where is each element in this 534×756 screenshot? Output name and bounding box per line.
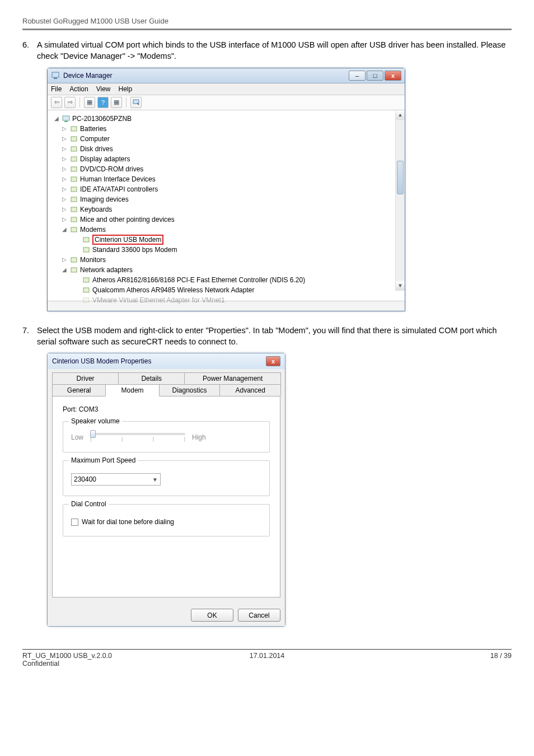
ok-button[interactable]: OK: [191, 609, 233, 622]
tab-power-management[interactable]: Power Management: [184, 372, 281, 384]
doc-header: Robustel GoRugged M1000 USB User Guide: [22, 17, 512, 25]
tree-category[interactable]: ▷Mice and other pointing devices: [50, 214, 402, 225]
device-icon: [69, 175, 78, 184]
tree-category[interactable]: ▷Display adapters: [50, 154, 402, 164]
close-button[interactable]: x: [385, 71, 401, 81]
menu-action[interactable]: Action: [69, 85, 88, 93]
tree-root[interactable]: ◢ PC-20130605PZNB: [50, 114, 402, 124]
expand-icon[interactable]: ▷: [61, 206, 68, 212]
tree-item-label: Display adapters: [80, 155, 130, 163]
device-icon: [82, 276, 91, 284]
expand-icon[interactable]: ◢: [61, 226, 68, 232]
svg-rect-1: [54, 78, 57, 79]
tree-category[interactable]: ▷Human Interface Devices: [50, 174, 402, 184]
slider-thumb[interactable]: [90, 430, 96, 438]
tree-category[interactable]: ▷Imaging devices: [50, 194, 402, 204]
expand-icon[interactable]: ▷: [61, 125, 68, 132]
tree-category[interactable]: ▷DVD/CD-ROM drives: [50, 164, 402, 174]
help-button[interactable]: ?: [97, 97, 109, 108]
tab-details[interactable]: Details: [118, 372, 185, 384]
expand-icon[interactable]: ▷: [61, 196, 68, 202]
tree-item-label: Keyboards: [80, 206, 112, 213]
minimize-button[interactable]: –: [349, 71, 366, 81]
expand-icon[interactable]: ▷: [61, 176, 68, 182]
toolbar-btn-2[interactable]: ▦: [111, 97, 122, 108]
device-icon: [69, 185, 78, 194]
footer-date: 17.01.2014: [185, 652, 348, 668]
tab-diagnostics[interactable]: Diagnostics: [159, 384, 221, 396]
tree-item-label: Batteries: [80, 125, 106, 133]
scan-hardware-button[interactable]: [130, 97, 142, 108]
tree-child-item[interactable]: Atheros AR8162/8166/8168 PCI-E Fast Ethe…: [50, 275, 402, 285]
tree-item-label: DVD/CD-ROM drives: [80, 165, 143, 173]
expand-icon[interactable]: ▷: [61, 156, 68, 162]
menu-view[interactable]: View: [96, 85, 111, 93]
menu-file[interactable]: File: [51, 85, 62, 93]
dm-menubar: File Action View Help: [48, 83, 405, 95]
tree-category[interactable]: ▷Monitors: [50, 255, 402, 265]
tree-category[interactable]: ▷Computer: [50, 134, 402, 144]
svg-rect-5: [71, 127, 77, 131]
forward-button[interactable]: ⇨: [64, 97, 76, 108]
tab-driver[interactable]: Driver: [52, 372, 119, 384]
tree-category[interactable]: ▷Batteries: [50, 124, 402, 134]
device-icon: [69, 225, 78, 234]
expand-icon[interactable]: ◢: [61, 267, 68, 273]
expand-icon[interactable]: ▷: [61, 136, 68, 142]
maximize-button[interactable]: □: [367, 71, 383, 81]
tree-root-label: PC-20130605PZNB: [72, 115, 132, 123]
svg-rect-12: [71, 197, 77, 202]
tree-category[interactable]: ◢Network adapters: [50, 265, 402, 275]
group-title: Dial Control: [69, 500, 109, 508]
svg-rect-15: [71, 227, 77, 232]
svg-rect-7: [71, 147, 77, 151]
back-button[interactable]: ⇦: [51, 97, 62, 108]
expand-icon[interactable]: ▷: [61, 146, 68, 152]
device-icon: [69, 205, 78, 214]
dm-titlebar: Device Manager – □ x: [48, 68, 405, 83]
tree-category[interactable]: ▷IDE ATA/ATAPI controllers: [50, 184, 402, 194]
scroll-thumb[interactable]: [397, 161, 404, 194]
volume-slider[interactable]: [90, 433, 185, 435]
group-title: Maximum Port Speed: [69, 456, 138, 464]
scrollbar[interactable]: ▲ ▼: [395, 110, 405, 291]
tree-child-item[interactable]: Standard 33600 bps Modem: [50, 245, 402, 255]
cancel-button[interactable]: Cancel: [238, 609, 280, 622]
wait-dial-tone-checkbox[interactable]: [71, 519, 78, 526]
expand-icon[interactable]: ◢: [53, 115, 60, 122]
device-manager-window: Device Manager – □ x File Action View He…: [47, 68, 405, 311]
tree-category[interactable]: ◢Modems: [50, 225, 402, 235]
svg-rect-16: [83, 237, 89, 242]
svg-rect-14: [71, 217, 77, 222]
menu-help[interactable]: Help: [119, 85, 133, 93]
tree-category[interactable]: ▷Disk drives: [50, 144, 402, 154]
tab-general[interactable]: General: [52, 384, 106, 396]
dm-tree: ◢ PC-20130605PZNB ▷Batteries▷Computer▷Di…: [48, 110, 405, 301]
toolbar-separator: [126, 97, 127, 108]
expand-icon[interactable]: ▷: [61, 166, 68, 172]
tab-modem[interactable]: Modem: [105, 384, 159, 396]
close-button[interactable]: x: [266, 356, 280, 366]
tree-child-item[interactable]: Qualcomm Atheros AR9485 Wireless Network…: [50, 285, 402, 295]
svg-rect-3: [63, 116, 69, 120]
scroll-up-button[interactable]: ▲: [396, 110, 405, 120]
scroll-down-button[interactable]: ▼: [396, 281, 405, 291]
port-speed-combo[interactable]: 230400 ▼: [71, 473, 161, 486]
dm-title: Device Manager: [63, 72, 349, 80]
device-icon: [69, 165, 78, 174]
device-icon: [69, 144, 78, 153]
group-speaker-volume: Speaker volume Low |||| High: [63, 421, 270, 452]
tree-child-item[interactable]: Cinterion USB Modem: [50, 235, 402, 245]
tree-item-label: Monitors: [80, 256, 106, 264]
expand-icon[interactable]: ▷: [61, 256, 68, 263]
toolbar-btn-1[interactable]: ▦: [84, 97, 95, 108]
dm-toolbar: ⇦ ⇨ ▦ ? ▦: [48, 95, 405, 110]
expand-icon[interactable]: ▷: [61, 216, 68, 222]
tree-child-item[interactable]: VMware Virtual Ethernet Adapter for VMne…: [50, 295, 402, 305]
tab-advanced[interactable]: Advanced: [219, 384, 281, 396]
tree-item-label: Modems: [80, 226, 106, 234]
svg-rect-19: [71, 268, 77, 272]
device-icon: [82, 286, 91, 295]
expand-icon[interactable]: ▷: [61, 186, 68, 192]
tree-category[interactable]: ▷Keyboards: [50, 204, 402, 214]
